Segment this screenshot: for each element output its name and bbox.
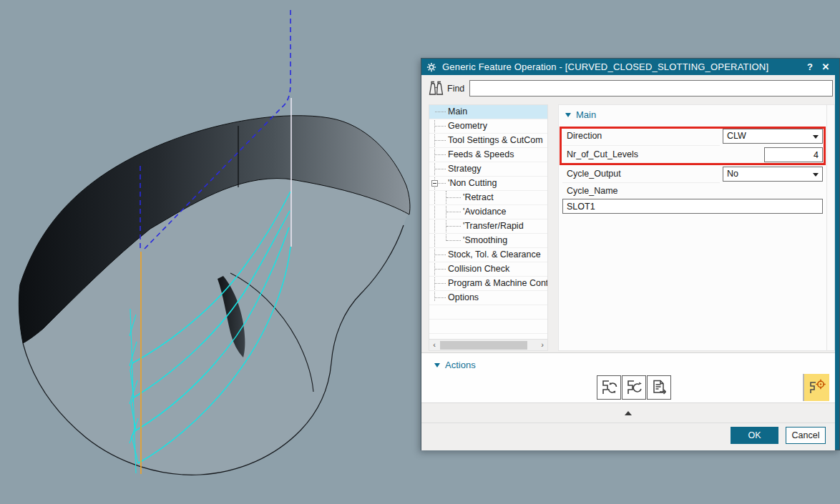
chevron-down-icon — [565, 113, 571, 117]
dialog-footer: OK Cancel — [421, 423, 835, 450]
list-toolpath-button[interactable] — [647, 375, 671, 400]
actions-section: Actions — [421, 352, 835, 402]
nr-of-cut-levels-input[interactable] — [764, 147, 823, 162]
gear-icon — [426, 62, 436, 72]
find-row: Find — [421, 75, 835, 102]
tree-item-strategy[interactable]: Strategy — [429, 162, 547, 177]
tree-empty-row — [429, 320, 547, 334]
close-button[interactable]: ✕ — [818, 61, 834, 72]
tree-item-transfer-rapid[interactable]: 'Transfer/Rapid — [429, 219, 547, 234]
find-input[interactable] — [469, 80, 833, 97]
verify-toolpath-button[interactable] — [803, 374, 829, 401]
tree-item-feeds-speeds[interactable]: Feeds & Speeds — [429, 148, 547, 162]
form-scrollbar-track[interactable] — [826, 105, 834, 350]
tree-item-geometry[interactable]: Geometry — [429, 119, 547, 134]
nr-of-cut-levels-label: Nr_of_Cut_Levels — [567, 149, 638, 159]
chevron-down-icon — [434, 363, 440, 367]
tree-item-tool-settings[interactable]: Tool Settings & CutCom — [429, 134, 547, 148]
collapse-up-icon[interactable] — [625, 411, 632, 415]
help-button[interactable]: ? — [802, 61, 818, 72]
main-section-header[interactable]: Main — [565, 109, 596, 120]
find-label: Find — [447, 84, 464, 94]
tree-empty-row — [429, 305, 547, 320]
tree-item-collision-check[interactable]: Collision Check — [429, 262, 547, 277]
cycle-output-label: Cycle_Output — [567, 169, 621, 179]
dropdown-arrow-icon — [813, 173, 819, 177]
scrollbar-thumb[interactable] — [440, 341, 527, 350]
actions-section-header[interactable]: Actions — [434, 360, 476, 370]
cycle-name-input[interactable] — [562, 199, 823, 214]
dialog-collapse-strip — [421, 402, 835, 423]
replay-toolpath-button[interactable] — [622, 375, 646, 400]
tree-item-smoothing[interactable]: 'Smoothing — [429, 234, 547, 248]
direction-label: Direction — [567, 131, 602, 141]
tree-collapse-box[interactable] — [431, 180, 438, 187]
direction-dropdown[interactable]: CLW — [723, 129, 823, 144]
generate-toolpath-button[interactable] — [597, 375, 621, 400]
tree-item-avoidance[interactable]: 'Avoidance — [429, 205, 547, 219]
scroll-left-icon[interactable]: ‹ — [429, 340, 439, 351]
tree-item-main[interactable]: Main — [429, 105, 547, 119]
tree-item-options[interactable]: Options — [429, 291, 547, 305]
ok-button[interactable]: OK — [731, 427, 778, 444]
cycle-output-dropdown[interactable]: No — [723, 167, 823, 182]
tree-item-program-machine-control[interactable]: Program & Machine Contr — [429, 277, 547, 291]
dialog-titlebar[interactable]: Generic Feature Operation - [CURVED_CLOS… — [421, 59, 839, 75]
dialog-right-border[interactable] — [835, 59, 839, 450]
cycle-name-label: Cycle_Name — [567, 186, 618, 196]
binoculars-icon — [426, 79, 446, 97]
tree-item-retract[interactable]: 'Retract — [429, 191, 547, 205]
tree-item-non-cutting[interactable]: 'Non Cutting — [429, 177, 547, 191]
dialog-content: Main Geometry Tool Settings & CutCom Fee… — [421, 102, 835, 352]
scroll-right-icon[interactable]: › — [537, 340, 547, 351]
tree-horizontal-scrollbar[interactable]: ‹ › — [429, 339, 547, 350]
cancel-button[interactable]: Cancel — [786, 427, 826, 444]
dropdown-arrow-icon — [813, 135, 819, 139]
tree-item-stock-tol-clearance[interactable]: Stock, Tol. & Clearance — [429, 248, 547, 262]
main-settings-panel: Main Direction CLW Nr_of_Cut_Levels Cycl… — [558, 104, 835, 351]
dialog-title: Generic Feature Operation - [CURVED_CLOS… — [442, 61, 802, 72]
generic-feature-operation-dialog: Generic Feature Operation - [CURVED_CLOS… — [421, 58, 840, 450]
navigation-tree: Main Geometry Tool Settings & CutCom Fee… — [429, 104, 548, 351]
